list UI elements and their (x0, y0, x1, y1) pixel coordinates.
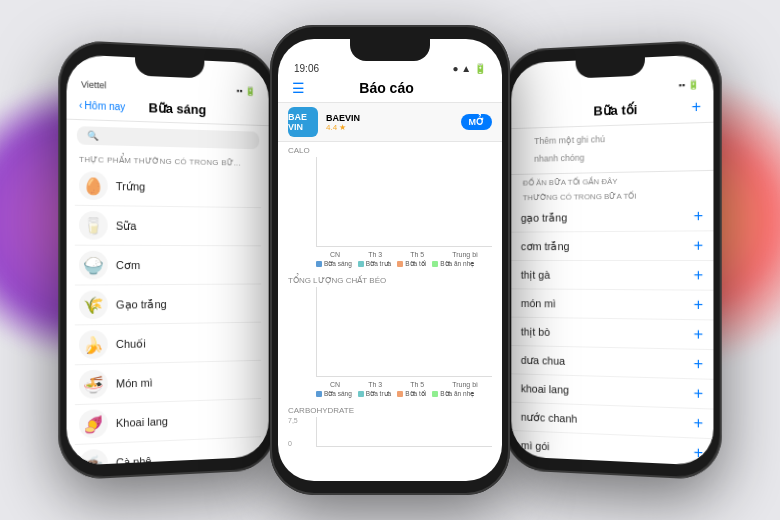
list-item[interactable]: món mì + (511, 289, 713, 320)
list-item[interactable]: 🍌 Chuối (75, 323, 261, 366)
legend-item: Bữa tối (397, 390, 426, 398)
right-status-icons: ▪▪ 🔋 (679, 79, 699, 90)
menu-icon[interactable]: ☰ (292, 80, 305, 96)
note-section: Thêm một ghi chú nhanh chóng (511, 123, 713, 175)
back-button[interactable]: ‹ Hôm nay (79, 100, 125, 113)
phones-container: Viettel ▪▪ 🔋 ‹ Hôm nay Bữa sáng 🔍 THỰC P… (30, 20, 750, 500)
food-name: Cà phê (116, 455, 152, 466)
list-item[interactable]: 🥛 Sữa (75, 206, 261, 246)
center-nav: ☰ Báo cáo (278, 78, 502, 103)
legend-item: Bữa ăn nhẹ (432, 260, 474, 268)
chart-legend: Bữa sáng Bữa trưa Bữa tối Bữa ăn nhẹ (316, 260, 492, 268)
chart-xaxis2: CN Th 3 Th 5 Trung bì (316, 381, 492, 388)
center-status-icons: ● ▲ 🔋 (453, 63, 487, 74)
chart-area-fat (316, 287, 492, 377)
food-name: Chuối (116, 337, 146, 351)
chart-bars (317, 157, 492, 246)
legend-item: Bữa trưa (358, 390, 391, 398)
food-icon: 🍌 (79, 330, 108, 359)
food-icon: 🍚 (79, 251, 108, 280)
food-name: Trứng (116, 179, 145, 193)
list-item[interactable]: 🍜 Món mì (75, 361, 261, 405)
right-title: Bữa tối (542, 99, 692, 119)
note-sub: nhanh chóng (523, 146, 701, 168)
left-carrier: Viettel (81, 79, 107, 90)
legend-item: Bữa tối (397, 260, 426, 268)
legend-item: Bữa trưa (358, 260, 391, 268)
chart-carb-label: CARBOHYDRATE (288, 406, 492, 415)
phone-right-screen: ▪▪ 🔋 Bữa tối + Thêm một ghi chú nhanh ch… (511, 54, 713, 466)
food-icon: 🍜 (79, 370, 108, 399)
right-food-list: gạo trắng + cơm trắng + thịt gà + món mì… (511, 202, 713, 466)
food-icon: 🥚 (79, 171, 108, 200)
food-name: Cơm (116, 258, 140, 271)
list-item[interactable]: thịt bò + (511, 318, 713, 350)
ad-logo: BAE VIN (288, 107, 318, 137)
food-name: Sữa (116, 219, 137, 232)
food-name: Khoai lang (116, 415, 168, 429)
ad-info: BAEVIN 4.4 ★ (326, 113, 453, 132)
list-item[interactable]: 🥚 Trứng (75, 166, 261, 208)
list-item[interactable]: 🌾 Gạo trắng (75, 284, 261, 325)
chart-calo-label: CALO (288, 146, 492, 155)
notch-left (135, 57, 204, 78)
ad-name: BAEVIN (326, 113, 453, 123)
phone-right: ▪▪ 🔋 Bữa tối + Thêm một ghi chú nhanh ch… (504, 39, 722, 480)
chart-fat: TỔNG LƯỢNG CHẤT BÉO 30 22,5 15 7,5 0 (278, 272, 502, 402)
food-name: Gạo trắng (116, 298, 167, 312)
legend-item: Bữa ăn nhẹ (432, 390, 474, 398)
search-icon: 🔍 (87, 131, 98, 142)
notch-center (350, 39, 430, 61)
center-title: Báo cáo (305, 80, 468, 96)
list-item[interactable]: thịt gà + (511, 261, 713, 291)
chart-area-calo (316, 157, 492, 247)
phone-center: 19:06 ● ▲ 🔋 ☰ Báo cáo BAE VIN BAEVIN 4.4… (270, 25, 510, 495)
list-item[interactable]: gạo trắng + (511, 202, 713, 233)
left-search[interactable]: 🔍 (77, 126, 259, 149)
chart-legend2: Bữa sáng Bữa trưa Bữa tối Bữa ăn nhẹ (316, 390, 492, 398)
list-item[interactable]: cơm trắng + (511, 231, 713, 261)
food-icon: 🌾 (79, 290, 108, 319)
left-title: Bữa sáng (125, 99, 228, 118)
left-battery: ▪▪ 🔋 (236, 86, 255, 97)
food-list: 🥚 Trứng 🥛 Sữa 🍚 Cơm 🌾 Gạo trắng 🍌 (67, 166, 269, 466)
food-name: Món mì (116, 376, 153, 389)
food-icon: 🥛 (79, 211, 108, 240)
legend-item: Bữa sáng (316, 390, 352, 398)
ad-rating: 4.4 ★ (326, 123, 453, 132)
phone-left-screen: Viettel ▪▪ 🔋 ‹ Hôm nay Bữa sáng 🔍 THỰC P… (67, 54, 269, 466)
list-item[interactable]: 🍚 Cơm (75, 246, 261, 286)
ad-banner[interactable]: BAE VIN BAEVIN 4.4 ★ MỞ (278, 103, 502, 142)
phone-center-screen: 19:06 ● ▲ 🔋 ☰ Báo cáo BAE VIN BAEVIN 4.4… (278, 39, 502, 481)
chart-calo: CALO 510 382,5 255 127,5 0 (278, 142, 502, 272)
ad-open-button[interactable]: MỞ (461, 114, 493, 130)
food-icon: ☕ (79, 449, 108, 466)
chart-xaxis: CN Th 3 Th 5 Trung bì (316, 251, 492, 258)
chart-bars2 (317, 287, 492, 376)
center-time: 19:06 (294, 63, 319, 74)
chart-carb-section: CARBOHYDRATE 7,5 0 (278, 402, 502, 451)
phone-left: Viettel ▪▪ 🔋 ‹ Hôm nay Bữa sáng 🔍 THỰC P… (58, 39, 276, 480)
food-icon: 🍠 (79, 409, 108, 439)
chart-fat-label: TỔNG LƯỢNG CHẤT BÉO (288, 276, 492, 285)
legend-item: Bữa sáng (316, 260, 352, 268)
plus-button[interactable]: + (691, 98, 701, 117)
